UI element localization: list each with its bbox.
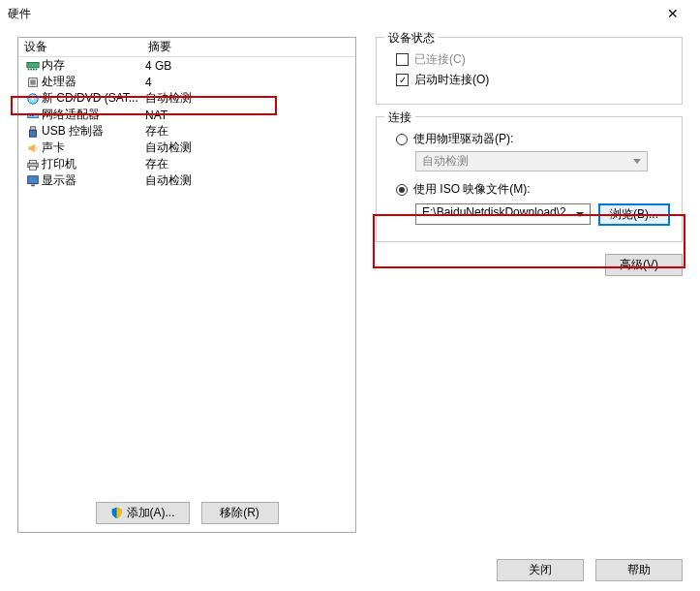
svg-rect-4	[36, 68, 38, 70]
printer-icon	[24, 158, 42, 171]
footer: 关闭 帮助	[497, 559, 683, 581]
device-list-panel: 设备 摘要 内存4 GB处理器4新 CD/DVD (SAT...自动检测网络适配…	[17, 37, 356, 533]
device-row-7[interactable]: 显示器自动检测	[18, 172, 355, 189]
device-status-group: 设备状态 已连接(C) ✓ 启动时连接(O)	[376, 37, 683, 105]
device-row-2[interactable]: 新 CD/DVD (SAT...自动检测	[18, 90, 355, 107]
device-summary: 自动检测	[143, 172, 355, 189]
svg-rect-6	[30, 79, 35, 84]
add-button-label: 添加(A)...	[127, 505, 175, 521]
advanced-row: 高级(V)...	[376, 254, 683, 276]
connected-checkbox-row: 已连接(C)	[396, 51, 670, 68]
connection-group: 连接 使用物理驱动器(P): 自动检测 使用 ISO 映像文件(M): E:\B…	[376, 116, 683, 242]
iso-row[interactable]: 使用 ISO 映像文件(M):	[396, 181, 670, 198]
device-rows: 内存4 GB处理器4新 CD/DVD (SAT...自动检测网络适配器NATUS…	[18, 57, 355, 189]
device-name: 网络适配器	[42, 107, 143, 123]
display-icon	[24, 174, 42, 188]
device-row-6[interactable]: 打印机存在	[18, 156, 355, 172]
connect-at-power-row[interactable]: ✓ 启动时连接(O)	[396, 72, 670, 88]
close-button[interactable]: 关闭	[497, 559, 584, 581]
device-summary: 存在	[143, 123, 355, 140]
content: 设备 摘要 内存4 GB处理器4新 CD/DVD (SAT...自动检测网络适配…	[17, 37, 683, 533]
physical-drive-label: 使用物理驱动器(P):	[413, 131, 513, 147]
physical-drive-radio[interactable]	[396, 134, 408, 145]
svg-rect-17	[28, 175, 39, 183]
add-button[interactable]: 添加(A)...	[96, 502, 190, 524]
list-header: 设备 摘要	[18, 38, 355, 57]
device-name: 内存	[42, 57, 143, 74]
device-row-3[interactable]: 网络适配器NAT	[18, 107, 355, 123]
remove-button[interactable]: 移除(R)	[201, 502, 279, 524]
status-legend: 设备状态	[384, 30, 439, 47]
header-summary[interactable]: 摘要	[142, 37, 355, 57]
memory-icon	[24, 59, 42, 73]
connect-at-power-label: 启动时连接(O)	[414, 72, 489, 88]
close-button-label: 关闭	[529, 562, 552, 578]
svg-rect-12	[30, 126, 35, 130]
connection-legend: 连接	[384, 109, 415, 126]
svg-rect-0	[27, 62, 39, 67]
svg-rect-18	[31, 184, 35, 186]
physical-drive-row[interactable]: 使用物理驱动器(P):	[396, 131, 670, 147]
device-row-0[interactable]: 内存4 GB	[18, 57, 355, 74]
device-name: USB 控制器	[42, 123, 143, 140]
connected-checkbox	[396, 53, 409, 66]
settings-panel: 设备状态 已连接(C) ✓ 启动时连接(O) 连接 使用物理驱动器(P): 自动…	[376, 37, 683, 533]
device-name: 声卡	[42, 140, 143, 156]
remove-button-label: 移除(R)	[220, 505, 259, 521]
device-row-5[interactable]: 声卡自动检测	[18, 140, 355, 156]
network-icon	[24, 109, 42, 122]
usb-icon	[24, 125, 42, 139]
device-name: 显示器	[42, 172, 143, 189]
device-name: 处理器	[42, 74, 143, 90]
device-summary: 4	[143, 76, 355, 89]
device-name: 新 CD/DVD (SAT...	[42, 90, 143, 107]
shield-icon	[110, 507, 123, 519]
browse-button[interactable]: 浏览(B)...	[598, 203, 670, 226]
svg-rect-16	[30, 166, 37, 170]
header-device[interactable]: 设备	[18, 37, 142, 57]
iso-path-combo[interactable]: E:\BaiduNetdiskDownload\2	[415, 203, 591, 225]
svg-rect-11	[32, 115, 34, 116]
device-row-1[interactable]: 处理器4	[18, 74, 355, 90]
svg-rect-15	[30, 160, 37, 163]
help-button-label: 帮助	[627, 562, 651, 578]
connect-at-power-checkbox[interactable]: ✓	[396, 74, 409, 86]
close-icon[interactable]: ✕	[654, 6, 692, 21]
device-name: 打印机	[42, 156, 143, 172]
svg-rect-2	[30, 68, 32, 70]
window-title: 硬件	[8, 6, 654, 22]
device-row-4[interactable]: USB 控制器存在	[18, 123, 355, 140]
svg-rect-13	[30, 130, 37, 137]
advanced-button[interactable]: 高级(V)...	[605, 254, 683, 276]
physical-drive-select-wrap: 自动检测	[415, 151, 670, 171]
iso-path-row: E:\BaiduNetdiskDownload\2 浏览(B)...	[415, 203, 670, 226]
device-summary: 自动检测	[143, 90, 355, 107]
disc-icon	[24, 92, 42, 106]
svg-point-8	[32, 97, 35, 100]
svg-rect-10	[30, 115, 32, 116]
device-summary: NAT	[143, 109, 355, 122]
iso-radio[interactable]	[396, 184, 408, 196]
cpu-icon	[24, 76, 42, 89]
iso-label: 使用 ISO 映像文件(M):	[413, 181, 531, 198]
list-buttons: 添加(A)... 移除(R)	[18, 502, 355, 524]
device-summary: 自动检测	[143, 140, 355, 156]
device-summary: 存在	[143, 156, 355, 172]
physical-drive-select: 自动检测	[415, 151, 648, 171]
svg-rect-3	[33, 68, 35, 70]
help-button[interactable]: 帮助	[595, 559, 683, 581]
svg-rect-1	[28, 68, 30, 70]
titlebar: 硬件 ✕	[0, 0, 700, 27]
device-summary: 4 GB	[143, 59, 355, 73]
sound-icon	[24, 141, 42, 155]
connected-label: 已连接(C)	[414, 51, 466, 68]
advanced-button-label: 高级(V)...	[620, 257, 668, 273]
